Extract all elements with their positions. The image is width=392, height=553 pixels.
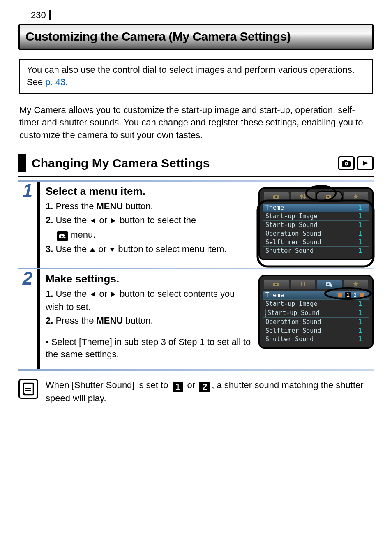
- arrow-left-icon: [89, 215, 97, 227]
- substep-num: 2.: [46, 215, 53, 225]
- step-text: Make settings. 1. Use the or button to s…: [46, 272, 251, 362]
- substep-num: 1.: [46, 201, 53, 211]
- tab-mymenu-icon: [344, 192, 369, 201]
- menu-label: Selftimer Sound: [265, 238, 358, 246]
- text: When [Shutter Sound] is set to: [46, 380, 171, 390]
- menu-button-label: MENU: [97, 201, 123, 211]
- page-title: Customizing the Camera (My Camera Settin…: [25, 30, 291, 43]
- menu-row: Start-up Image1: [263, 299, 369, 308]
- menu-list: Theme1 Start-up Image1 Start-up Sound1 O…: [263, 204, 369, 255]
- menu-label: Theme: [265, 204, 358, 211]
- svg-rect-29: [301, 282, 302, 286]
- tip-text: When [Shutter Sound] is set to 1 or 2, a…: [46, 379, 374, 405]
- svg-rect-35: [338, 293, 342, 297]
- menu-row: Operation Sound1: [263, 229, 369, 238]
- menu-value: 1: [358, 309, 367, 317]
- menu-label: Shutter Sound: [265, 336, 358, 343]
- tip-row: When [Shutter Sound] is set to 1 or 2, a…: [18, 379, 374, 405]
- control-dial-note: You can also use the control dial to sel…: [19, 59, 373, 94]
- text: or: [96, 244, 109, 254]
- menu-value: 1: [358, 247, 367, 255]
- intro-paragraph: My Camera allows you to customize the st…: [19, 104, 373, 142]
- tab-mycamera-icon: [317, 192, 342, 201]
- svg-point-21: [330, 197, 332, 199]
- arrow-right-icon: [110, 215, 117, 227]
- svg-marker-6: [111, 218, 115, 223]
- text: button.: [123, 315, 153, 326]
- menu-label: Start-up Sound: [265, 309, 358, 317]
- svg-rect-1: [344, 160, 347, 162]
- menu-value: 1: [358, 318, 367, 326]
- svg-point-33: [330, 284, 332, 287]
- step-1: 1 Select a menu item. 1. Press the MENU …: [18, 182, 374, 268]
- menu-row: Selftimer Sound1: [263, 238, 369, 246]
- text: Use the: [55, 244, 89, 254]
- text: Press the: [55, 201, 96, 211]
- substep-num: 2.: [46, 315, 53, 326]
- menu-value: 1: [358, 221, 367, 229]
- note-text-before: You can also use the control dial to sel…: [27, 65, 355, 87]
- menu-row: Start-up Sound1: [263, 308, 369, 317]
- menu-value: 1: [358, 213, 367, 220]
- arrow-down-icon: [109, 244, 115, 256]
- substep-num: 3.: [46, 244, 53, 254]
- lcd-screen: Theme1 Start-up Image1 Start-up Sound1 O…: [258, 187, 374, 260]
- text: button to select the: [117, 215, 196, 225]
- svg-point-28: [275, 284, 277, 285]
- menu-tabstrip: [263, 192, 369, 204]
- menu-value: 1: [358, 336, 367, 343]
- step1-line3: 3. Use the or button to select menu item…: [46, 243, 251, 256]
- badge-1: 1: [173, 382, 183, 392]
- svg-rect-30: [304, 282, 305, 286]
- menu-tabstrip: [263, 280, 369, 291]
- svg-rect-36: [360, 293, 364, 297]
- note-icon: [18, 379, 38, 399]
- step-text: Select a menu item. 1. Press the MENU bu…: [46, 184, 251, 260]
- menu-value: 1: [358, 327, 367, 334]
- svg-rect-8: [60, 234, 62, 235]
- text: Use the: [55, 289, 89, 299]
- text: menu.: [70, 229, 95, 240]
- mode-icons: [338, 156, 374, 170]
- menu-value: 1: [358, 230, 367, 237]
- tab-shooting-icon: [264, 280, 289, 289]
- arrow-right-icon: [110, 289, 117, 301]
- theme-option: 2: [353, 292, 357, 298]
- text: or: [97, 289, 110, 299]
- page-number-wrap: 230: [18, 10, 374, 23]
- step-heading: Select a menu item.: [46, 185, 251, 198]
- menu-row: Operation Sound1: [263, 317, 369, 326]
- svg-point-9: [61, 236, 63, 238]
- svg-point-3: [346, 163, 347, 164]
- my-camera-menu-icon: [57, 231, 68, 241]
- step-number-col: 2: [18, 269, 37, 369]
- step-number-col: 1: [18, 182, 37, 268]
- arrow-up-icon: [89, 244, 96, 256]
- menu-label: Operation Sound: [265, 230, 358, 237]
- svg-marker-22: [353, 194, 358, 199]
- arrow-left-icon: [89, 289, 97, 301]
- svg-point-20: [327, 196, 329, 197]
- step-2: 2 Make settings. 1. Use the or button to…: [18, 269, 374, 369]
- theme-custom-icon: [359, 293, 364, 298]
- text: button.: [123, 201, 153, 211]
- step2-bullet: • Select [Theme] in sub step 3 of Step 1…: [46, 336, 251, 360]
- svg-marker-26: [111, 292, 115, 297]
- text: Use the: [55, 215, 89, 225]
- menu-value: 1: [358, 238, 367, 246]
- step1-line2b: menu.: [46, 229, 251, 241]
- note-link[interactable]: p. 43: [45, 77, 65, 87]
- page-number: 230: [18, 10, 51, 20]
- menu-list: Theme 1 2 Start-up Image1 Start-up Sound…: [263, 291, 369, 343]
- steps-divider-bottom: [18, 369, 374, 371]
- menu-row-theme: Theme 1 2: [263, 291, 369, 299]
- camera-mode-icon: [338, 156, 355, 170]
- svg-point-10: [64, 237, 66, 239]
- section-heading-row: Changing My Camera Settings: [18, 154, 374, 177]
- menu-row: Selftimer Sound1: [263, 326, 369, 335]
- tab-setup-icon: [291, 192, 316, 201]
- step-heading: Make settings.: [46, 273, 251, 285]
- step2-line2: 2. Press the MENU button.: [46, 315, 251, 327]
- svg-marker-34: [353, 282, 358, 287]
- svg-rect-18: [303, 197, 306, 198]
